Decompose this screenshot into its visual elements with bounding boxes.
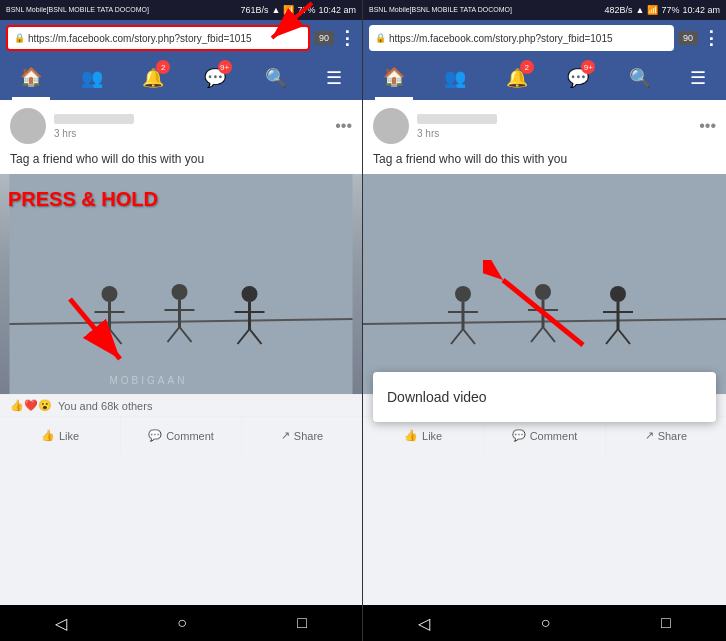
- address-bar-right[interactable]: 🔒 https://m.facebook.com/story.php?story…: [369, 25, 674, 51]
- friends-icon: 👥: [81, 67, 103, 89]
- carrier-text-left: BSNL Mobile[BSNL MOBILE TATA DOCOMO]: [6, 6, 149, 14]
- share-icon: ↗: [281, 429, 290, 442]
- svg-point-14: [242, 286, 258, 302]
- user-info-left: 3 hrs: [54, 114, 327, 139]
- nav-friends-right[interactable]: 👥: [436, 56, 474, 100]
- notification-badge-left: 2: [156, 60, 170, 74]
- left-screen: BSNL Mobile[BSNL MOBILE TATA DOCOMO] 761…: [0, 0, 363, 641]
- nav-messages-left[interactable]: 💬 9+: [196, 56, 234, 100]
- paste-arrow-icon: [262, 0, 342, 48]
- comment-label-right: Comment: [530, 430, 578, 442]
- home-icon: 🏠: [20, 66, 42, 88]
- back-button-right[interactable]: ◁: [418, 614, 430, 633]
- speed-right: 482B/s: [605, 5, 633, 15]
- avatar-left: [10, 108, 46, 144]
- like-label-right: Like: [422, 430, 442, 442]
- status-right-right: 482B/s ▲ 📶 77% 10:42 am: [605, 5, 721, 15]
- menu-icon-right: ☰: [690, 67, 706, 89]
- back-button-left[interactable]: ◁: [55, 614, 67, 633]
- svg-point-9: [172, 284, 188, 300]
- url-text-left: https://m.facebook.com/story.php?story_f…: [28, 33, 252, 44]
- svg-line-1: [272, 3, 312, 38]
- svg-rect-2: [10, 174, 353, 394]
- username-placeholder-left: [54, 114, 134, 124]
- share-label-right: Share: [658, 430, 687, 442]
- lock-icon-right: 🔒: [375, 33, 386, 43]
- wow-emoji: 😮: [38, 399, 52, 412]
- home-icon-right: 🏠: [383, 66, 405, 88]
- like-icon-right: 👍: [404, 429, 418, 442]
- svg-point-4: [102, 286, 118, 302]
- notification-badge-right: 2: [520, 60, 534, 74]
- battery-right: 77%: [661, 5, 679, 15]
- search-icon: 🔍: [265, 67, 287, 89]
- fb-nav-right: 🏠 👥 🔔 2 💬 9+ 🔍 ☰: [363, 56, 726, 100]
- status-bar-right: BSNL Mobile[BSNL MOBILE TATA DOCOMO] 482…: [363, 0, 726, 20]
- like-button-right[interactable]: 👍 Like: [363, 417, 484, 454]
- post-caption-left: Tag a friend who will do this with you: [0, 152, 362, 174]
- download-arrow-container: [483, 260, 603, 364]
- comment-icon-right: 💬: [512, 429, 526, 442]
- download-popup-text: Download video: [387, 389, 487, 405]
- post-time-right: 3 hrs: [417, 128, 691, 139]
- reaction-icons-left: 👍 ❤️ 😮: [10, 399, 52, 412]
- nav-home-left[interactable]: 🏠: [12, 56, 50, 100]
- recents-button-left[interactable]: □: [297, 614, 307, 632]
- time-right: 10:42 am: [682, 5, 720, 15]
- bottom-nav-left: ◁ ○ □: [0, 605, 362, 641]
- menu-icon: ☰: [326, 67, 342, 89]
- nav-menu-right[interactable]: ☰: [682, 56, 714, 100]
- nav-messages-right[interactable]: 💬 9+: [559, 56, 597, 100]
- comment-button-right[interactable]: 💬 Comment: [484, 417, 605, 454]
- home-button-right[interactable]: ○: [541, 614, 551, 632]
- avatar-right: [373, 108, 409, 144]
- post-header-left: 3 hrs •••: [0, 100, 362, 152]
- reactions-count-left: You and 68k others: [58, 400, 152, 412]
- share-icon-right: ↗: [645, 429, 654, 442]
- address-bar-row-right: 🔒 https://m.facebook.com/story.php?story…: [363, 20, 726, 56]
- like-emoji: 👍: [10, 399, 24, 412]
- like-button-left[interactable]: 👍 Like: [0, 417, 121, 454]
- paste-annotation: PASTE: [262, 0, 342, 52]
- home-button-left[interactable]: ○: [177, 614, 187, 632]
- fb-nav-left: 🏠 👥 🔔 2 💬 9+ 🔍 ☰: [0, 56, 362, 100]
- post-menu-right[interactable]: •••: [699, 117, 716, 135]
- like-label-left: Like: [59, 430, 79, 442]
- comment-button-left[interactable]: 💬 Comment: [121, 417, 242, 454]
- post-video-left[interactable]: MOBIGAAN PRESS & HOLD: [0, 174, 362, 394]
- comment-icon: 💬: [148, 429, 162, 442]
- nav-search-left[interactable]: 🔍: [257, 56, 295, 100]
- signal-icon-right: ▲: [636, 5, 645, 15]
- reactions-bar-left: 👍 ❤️ 😮 You and 68k others: [0, 394, 362, 416]
- menu-dots-right[interactable]: ⋮: [702, 27, 720, 49]
- download-popup[interactable]: Download video: [373, 372, 716, 422]
- nav-notifications-left[interactable]: 🔔 2: [134, 56, 172, 100]
- nav-search-right[interactable]: 🔍: [621, 56, 659, 100]
- nav-home-right[interactable]: 🏠: [375, 56, 413, 100]
- tab-count-right[interactable]: 90: [678, 31, 698, 45]
- video-content-left: MOBIGAAN: [0, 174, 362, 394]
- user-info-right: 3 hrs: [417, 114, 691, 139]
- bottom-nav-right: ◁ ○ □: [363, 605, 726, 641]
- post-caption-right: Tag a friend who will do this with you: [363, 152, 726, 174]
- message-badge-right: 9+: [581, 60, 595, 74]
- post-menu-left[interactable]: •••: [335, 117, 352, 135]
- svg-point-24: [455, 286, 471, 302]
- share-button-right[interactable]: ↗ Share: [606, 417, 726, 454]
- nav-friends-left[interactable]: 👥: [73, 56, 111, 100]
- heart-emoji: ❤️: [24, 399, 38, 412]
- like-icon: 👍: [41, 429, 55, 442]
- lock-icon: 🔒: [14, 33, 25, 43]
- video-bg-left: MOBIGAAN: [0, 174, 362, 394]
- nav-menu-left[interactable]: ☰: [318, 56, 350, 100]
- search-icon-right: 🔍: [629, 67, 651, 89]
- svg-line-41: [503, 280, 583, 345]
- nav-notifications-right[interactable]: 🔔 2: [498, 56, 536, 100]
- comment-label-left: Comment: [166, 430, 214, 442]
- message-badge-left: 9+: [218, 60, 232, 74]
- url-text-right: https://m.facebook.com/story.php?story_f…: [389, 33, 613, 44]
- share-button-left[interactable]: ↗ Share: [242, 417, 362, 454]
- action-buttons-left: 👍 Like 💬 Comment ↗ Share: [0, 416, 362, 454]
- recents-button-right[interactable]: □: [661, 614, 671, 632]
- right-screen: BSNL Mobile[BSNL MOBILE TATA DOCOMO] 482…: [363, 0, 726, 641]
